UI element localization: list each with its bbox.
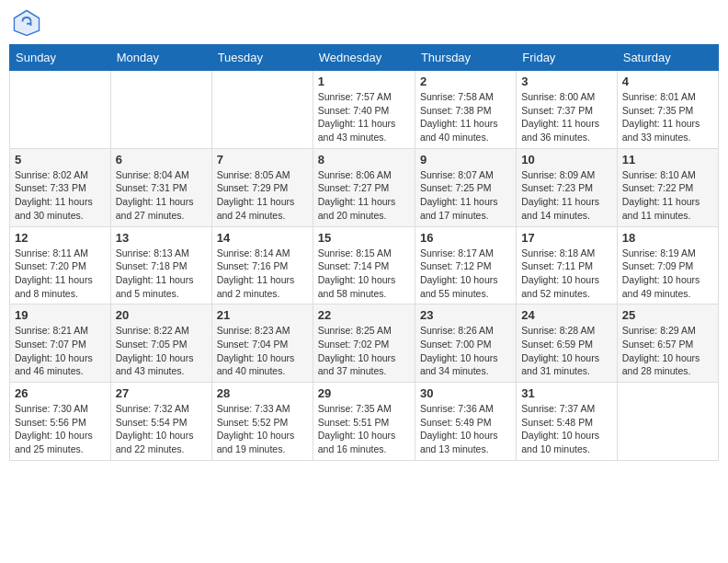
calendar-cell: 23Sunrise: 8:26 AM Sunset: 7:00 PM Dayli…	[415, 304, 516, 383]
calendar-cell: 26Sunrise: 7:30 AM Sunset: 5:56 PM Dayli…	[10, 383, 111, 461]
calendar-cell: 12Sunrise: 8:11 AM Sunset: 7:20 PM Dayli…	[10, 226, 111, 304]
day-number: 18	[622, 231, 713, 245]
day-info: Sunrise: 7:32 AM Sunset: 5:54 PM Dayligh…	[116, 402, 207, 456]
day-number: 25	[622, 308, 713, 322]
calendar-cell: 5Sunrise: 8:02 AM Sunset: 7:33 PM Daylig…	[10, 148, 111, 226]
day-info: Sunrise: 7:33 AM Sunset: 5:52 PM Dayligh…	[217, 402, 308, 456]
day-info: Sunrise: 8:18 AM Sunset: 7:11 PM Dayligh…	[521, 247, 611, 301]
day-number: 17	[521, 231, 611, 245]
calendar-header-row: SundayMondayTuesdayWednesdayThursdayFrid…	[10, 45, 719, 71]
day-info: Sunrise: 8:14 AM Sunset: 7:16 PM Dayligh…	[217, 247, 308, 301]
calendar-cell: 11Sunrise: 8:10 AM Sunset: 7:22 PM Dayli…	[617, 148, 718, 226]
calendar-cell: 4Sunrise: 8:01 AM Sunset: 7:35 PM Daylig…	[617, 71, 718, 149]
calendar-cell: 19Sunrise: 8:21 AM Sunset: 7:07 PM Dayli…	[10, 304, 111, 383]
day-info: Sunrise: 8:11 AM Sunset: 7:20 PM Dayligh…	[15, 247, 106, 301]
weekday-header-friday: Friday	[517, 45, 617, 71]
calendar-cell: 25Sunrise: 8:29 AM Sunset: 6:57 PM Dayli…	[617, 304, 718, 383]
day-number: 7	[217, 153, 308, 167]
calendar-cell: 16Sunrise: 8:17 AM Sunset: 7:12 PM Dayli…	[415, 226, 516, 304]
day-info: Sunrise: 8:29 AM Sunset: 6:57 PM Dayligh…	[622, 324, 713, 378]
day-number: 15	[318, 231, 410, 245]
weekday-header-sunday: Sunday	[10, 45, 111, 71]
day-number: 22	[318, 308, 410, 322]
calendar-cell: 30Sunrise: 7:36 AM Sunset: 5:49 PM Dayli…	[415, 383, 516, 461]
day-number: 20	[116, 308, 207, 322]
day-number: 23	[420, 308, 511, 322]
day-number: 13	[116, 231, 207, 245]
day-info: Sunrise: 8:06 AM Sunset: 7:27 PM Dayligh…	[318, 168, 410, 223]
day-number: 1	[318, 75, 410, 88]
day-info: Sunrise: 7:58 AM Sunset: 7:38 PM Dayligh…	[420, 90, 511, 144]
calendar-cell: 9Sunrise: 8:07 AM Sunset: 7:25 PM Daylig…	[415, 148, 516, 226]
day-number: 19	[15, 308, 106, 322]
day-number: 21	[217, 308, 308, 322]
day-number: 9	[420, 153, 511, 167]
day-number: 2	[420, 75, 511, 88]
weekday-header-thursday: Thursday	[415, 45, 516, 71]
calendar-week-row: 26Sunrise: 7:30 AM Sunset: 5:56 PM Dayli…	[10, 383, 719, 461]
weekday-header-monday: Monday	[110, 45, 211, 71]
day-info: Sunrise: 8:15 AM Sunset: 7:14 PM Dayligh…	[318, 247, 410, 301]
calendar-cell	[110, 71, 211, 149]
day-info: Sunrise: 8:10 AM Sunset: 7:22 PM Dayligh…	[622, 168, 713, 223]
day-number: 5	[15, 153, 106, 167]
day-number: 14	[217, 231, 308, 245]
calendar-cell	[10, 71, 111, 149]
logo	[13, 9, 44, 37]
day-number: 11	[622, 153, 713, 167]
day-info: Sunrise: 8:07 AM Sunset: 7:25 PM Dayligh…	[420, 168, 511, 223]
calendar-cell: 24Sunrise: 8:28 AM Sunset: 6:59 PM Dayli…	[517, 304, 617, 383]
day-info: Sunrise: 8:05 AM Sunset: 7:29 PM Dayligh…	[217, 168, 308, 223]
calendar-cell: 29Sunrise: 7:35 AM Sunset: 5:51 PM Dayli…	[313, 383, 415, 461]
calendar-cell: 14Sunrise: 8:14 AM Sunset: 7:16 PM Dayli…	[211, 226, 313, 304]
calendar-cell: 13Sunrise: 8:13 AM Sunset: 7:18 PM Dayli…	[110, 226, 211, 304]
day-number: 26	[15, 386, 106, 400]
day-number: 29	[318, 386, 410, 400]
page-header	[9, 9, 719, 37]
day-info: Sunrise: 7:37 AM Sunset: 5:48 PM Dayligh…	[521, 402, 611, 456]
weekday-header-wednesday: Wednesday	[313, 45, 415, 71]
weekday-header-tuesday: Tuesday	[211, 45, 313, 71]
day-info: Sunrise: 8:22 AM Sunset: 7:05 PM Dayligh…	[116, 324, 207, 378]
calendar-cell: 22Sunrise: 8:25 AM Sunset: 7:02 PM Dayli…	[313, 304, 415, 383]
calendar-cell: 27Sunrise: 7:32 AM Sunset: 5:54 PM Dayli…	[110, 383, 211, 461]
calendar-cell: 21Sunrise: 8:23 AM Sunset: 7:04 PM Dayli…	[211, 304, 313, 383]
day-number: 10	[521, 153, 611, 167]
calendar-cell: 3Sunrise: 8:00 AM Sunset: 7:37 PM Daylig…	[517, 71, 617, 149]
calendar-week-row: 5Sunrise: 8:02 AM Sunset: 7:33 PM Daylig…	[10, 148, 719, 226]
calendar-cell	[211, 71, 313, 149]
day-info: Sunrise: 7:30 AM Sunset: 5:56 PM Dayligh…	[15, 402, 106, 456]
day-number: 28	[217, 386, 308, 400]
day-number: 6	[116, 153, 207, 167]
day-info: Sunrise: 7:36 AM Sunset: 5:49 PM Dayligh…	[420, 402, 511, 456]
calendar-cell: 7Sunrise: 8:05 AM Sunset: 7:29 PM Daylig…	[211, 148, 313, 226]
day-info: Sunrise: 8:13 AM Sunset: 7:18 PM Dayligh…	[116, 247, 207, 301]
calendar-cell: 18Sunrise: 8:19 AM Sunset: 7:09 PM Dayli…	[617, 226, 718, 304]
day-info: Sunrise: 8:19 AM Sunset: 7:09 PM Dayligh…	[622, 247, 713, 301]
calendar-cell: 15Sunrise: 8:15 AM Sunset: 7:14 PM Dayli…	[313, 226, 415, 304]
day-number: 30	[420, 386, 511, 400]
day-number: 16	[420, 231, 511, 245]
calendar-week-row: 19Sunrise: 8:21 AM Sunset: 7:07 PM Dayli…	[10, 304, 719, 383]
day-info: Sunrise: 8:02 AM Sunset: 7:33 PM Dayligh…	[15, 168, 106, 223]
weekday-header-saturday: Saturday	[617, 45, 718, 71]
day-info: Sunrise: 8:17 AM Sunset: 7:12 PM Dayligh…	[420, 247, 511, 301]
day-info: Sunrise: 8:04 AM Sunset: 7:31 PM Dayligh…	[116, 168, 207, 223]
calendar-cell: 31Sunrise: 7:37 AM Sunset: 5:48 PM Dayli…	[517, 383, 617, 461]
day-number: 4	[622, 75, 713, 88]
calendar-cell: 8Sunrise: 8:06 AM Sunset: 7:27 PM Daylig…	[313, 148, 415, 226]
day-info: Sunrise: 8:09 AM Sunset: 7:23 PM Dayligh…	[521, 168, 611, 223]
calendar-week-row: 1Sunrise: 7:57 AM Sunset: 7:40 PM Daylig…	[10, 71, 719, 149]
calendar-cell: 20Sunrise: 8:22 AM Sunset: 7:05 PM Dayli…	[110, 304, 211, 383]
day-info: Sunrise: 8:21 AM Sunset: 7:07 PM Dayligh…	[15, 324, 106, 378]
day-info: Sunrise: 8:23 AM Sunset: 7:04 PM Dayligh…	[217, 324, 308, 378]
day-info: Sunrise: 8:26 AM Sunset: 7:00 PM Dayligh…	[420, 324, 511, 378]
day-number: 31	[521, 386, 611, 400]
day-info: Sunrise: 8:01 AM Sunset: 7:35 PM Dayligh…	[622, 90, 713, 144]
day-info: Sunrise: 7:35 AM Sunset: 5:51 PM Dayligh…	[318, 402, 410, 456]
day-number: 27	[116, 386, 207, 400]
day-number: 24	[521, 308, 611, 322]
logo-icon	[13, 9, 40, 37]
calendar-cell: 6Sunrise: 8:04 AM Sunset: 7:31 PM Daylig…	[110, 148, 211, 226]
day-info: Sunrise: 8:00 AM Sunset: 7:37 PM Dayligh…	[521, 90, 611, 144]
